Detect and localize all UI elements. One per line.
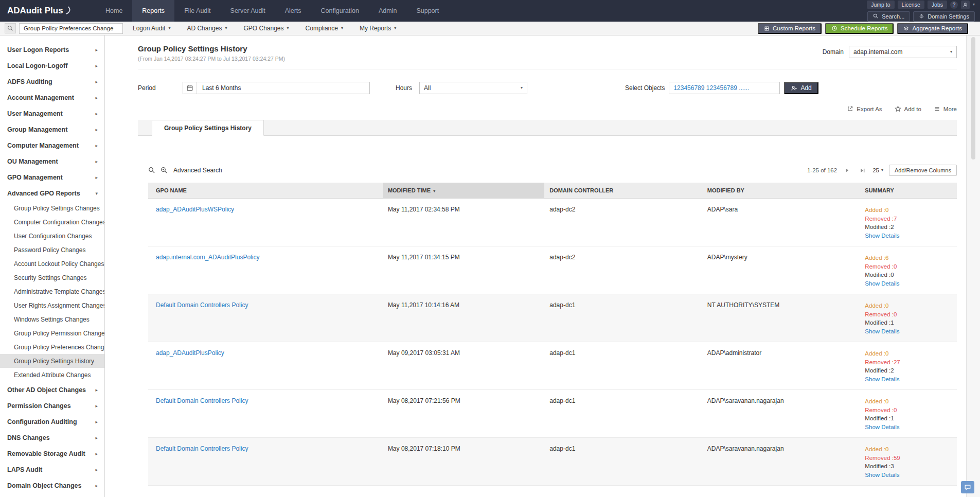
page-header: Group Policy Settings History (From Jan …	[138, 36, 957, 69]
advanced-search-label[interactable]: Advanced Search	[173, 167, 222, 174]
sidebar-subitem-computer-configuration-changes[interactable]: Computer Configuration Changes	[0, 215, 104, 229]
sidebar-item-advanced-gpo-reports[interactable]: Advanced GPO Reports▾	[0, 185, 104, 201]
sidebar-item-configuration-auditing[interactable]: Configuration Auditing▸	[0, 414, 104, 430]
sidebar-subitem-user-configuration-changes[interactable]: User Configuration Changes	[0, 229, 104, 243]
nav-tab-configuration[interactable]: Configuration	[311, 0, 369, 22]
hours-select[interactable]: All ▾	[419, 82, 527, 94]
sidebar-item-account-management[interactable]: Account Management▸	[0, 90, 104, 105]
add-objects-button[interactable]: Add	[784, 82, 818, 94]
nav-tab-home[interactable]: Home	[96, 0, 132, 22]
menu-ad-changes-label: AD Changes	[187, 25, 222, 32]
sidebar-subitem-administrative-template-changes[interactable]: Administrative Template Changes	[0, 285, 104, 298]
tab-group-policy-settings-history[interactable]: Group Policy Settings History	[152, 120, 264, 136]
nav-tab-reports[interactable]: Reports	[132, 0, 174, 22]
cell-modified-by: ADAP\mystery	[702, 246, 860, 294]
add-to-action[interactable]: Add to	[895, 105, 921, 112]
column-header-gpo-name[interactable]: GPO NAME	[148, 183, 383, 199]
calendar-icon[interactable]	[183, 82, 197, 94]
top-navigation-bar: ADAudit Plus Home Reports File Audit Ser…	[0, 0, 980, 22]
sidebar-subitem-windows-settings-changes[interactable]: Windows Settings Changes	[0, 312, 104, 326]
nav-tab-admin[interactable]: Admin	[369, 0, 406, 22]
sidebar-subitem-group-policy-settings-changes[interactable]: Group Policy Settings Changes	[0, 201, 104, 215]
sidebar-item-dns-changes[interactable]: DNS Changes▸	[0, 430, 104, 446]
select-objects-input[interactable]: 123456789 123456789 ......	[669, 82, 780, 94]
column-header-summary[interactable]: SUMMARY	[860, 183, 957, 199]
sidebar-item-local-logon-logoff[interactable]: Local Logon-Logoff▸	[0, 58, 104, 74]
sidebar-item-gpo-management[interactable]: GPO Management▸	[0, 169, 104, 185]
scrollbar-thumb[interactable]	[971, 37, 975, 159]
nav-tab-server-audit[interactable]: Server Audit	[221, 0, 275, 22]
sidebar-item-group-management[interactable]: Group Management▸	[0, 121, 104, 137]
show-details-link[interactable]: Show Details	[865, 471, 952, 480]
sidebar-subitem-group-policy-preferences-changes[interactable]: Group Policy Preferences Changes	[0, 340, 104, 354]
gpo-name-link[interactable]: adap.internal.com_ADAuditPlusPolicy	[156, 254, 259, 261]
user-avatar[interactable]	[961, 1, 970, 9]
report-search-input[interactable]: Group Policy Preferences Change	[19, 23, 123, 34]
next-page-icon[interactable]	[843, 166, 852, 174]
sidebar-item-user-management[interactable]: User Management▸	[0, 105, 104, 121]
sidebar-item-user-logon-reports[interactable]: User Logon Reports▸	[0, 42, 104, 58]
jobs-link[interactable]: Jobs	[928, 1, 947, 9]
aggregate-reports-button[interactable]: Aggregate Reports	[897, 23, 968, 34]
sidebar-subitem-password-policy-changes[interactable]: Password Policy Changes	[0, 243, 104, 257]
sidebar-subitem-extended-attribute-changes[interactable]: Extended Attribute Changes	[0, 368, 104, 382]
period-picker[interactable]: Last 6 Months	[183, 82, 370, 94]
more-action[interactable]: More	[934, 105, 957, 112]
cell-modified-by: ADAP\saravanan.nagarajan	[702, 438, 860, 486]
show-details-link[interactable]: Show Details	[865, 375, 952, 384]
sidebar-subitem-group-policy-permission-changes[interactable]: Group Policy Permission Changes	[0, 326, 104, 340]
sidebar-item-ou-management[interactable]: OU Management▸	[0, 153, 104, 169]
menu-compliance[interactable]: Compliance ▾	[299, 22, 350, 35]
sidebar-item-removable-storage-audit[interactable]: Removable Storage Audit▸	[0, 446, 104, 461]
app-logo[interactable]: ADAudit Plus	[0, 0, 96, 22]
gpo-name-link[interactable]: adap_ADAuditPlusPolicy	[156, 349, 224, 357]
domain-select[interactable]: adap.internal.com ▾	[849, 46, 957, 58]
gpo-name-link[interactable]: Default Domain Controllers Policy	[156, 445, 248, 452]
sidebar-subitem-user-rights-assignment-changes[interactable]: User Rights Assignment Changes	[0, 298, 104, 312]
export-as-action[interactable]: Export As	[847, 105, 882, 112]
chat-widget-button[interactable]	[961, 481, 974, 493]
sidebar-item-computer-management[interactable]: Computer Management▸	[0, 137, 104, 153]
global-search-button[interactable]: Search...	[867, 11, 910, 22]
menu-gpo-changes[interactable]: GPO Changes ▾	[237, 22, 295, 35]
show-details-link[interactable]: Show Details	[865, 423, 952, 432]
caret-down-icon: ▾	[881, 168, 883, 172]
last-page-icon[interactable]	[858, 166, 867, 174]
report-search-icon[interactable]	[5, 23, 16, 33]
user-menu-caret-icon[interactable]: ▾	[973, 3, 975, 7]
menu-logon-audit[interactable]: Logon Audit ▾	[126, 22, 177, 35]
advanced-search-icon[interactable]	[161, 167, 168, 174]
gpo-name-link[interactable]: Default Domain Controllers Policy	[156, 397, 248, 404]
help-icon[interactable]: ?	[950, 1, 958, 9]
sidebar-subitem-group-policy-settings-history[interactable]: Group Policy Settings History	[0, 354, 104, 368]
domain-settings-button[interactable]: Domain Settings	[913, 11, 975, 22]
show-details-link[interactable]: Show Details	[865, 232, 952, 240]
sidebar-item-laps-audit[interactable]: LAPS Audit▸	[0, 461, 104, 477]
page-size-select[interactable]: 25 ▾	[872, 167, 883, 173]
sidebar-item-adfs-auditing[interactable]: ADFS Auditing▸	[0, 74, 104, 90]
column-header-modified-time[interactable]: MODIFIED TIME▾	[383, 183, 544, 199]
menu-my-reports[interactable]: My Reports ▾	[353, 22, 403, 35]
sidebar-item-domain-object-changes[interactable]: Domain Object Changes▸	[0, 477, 104, 493]
show-details-link[interactable]: Show Details	[865, 327, 952, 336]
nav-tab-support[interactable]: Support	[406, 0, 449, 22]
sidebar-subitem-account-lockout-policy-changes[interactable]: Account Lockout Policy Changes	[0, 257, 104, 271]
custom-reports-button[interactable]: Custom Reports	[758, 23, 822, 34]
sidebar-item-other-ad-object-changes[interactable]: Other AD Object Changes▸	[0, 382, 104, 398]
gpo-name-link[interactable]: adap_ADAuditPlusWSPolicy	[156, 206, 234, 213]
nav-tab-file-audit[interactable]: File Audit	[174, 0, 220, 22]
sidebar-item-permission-changes[interactable]: Permission Changes▸	[0, 398, 104, 414]
add-remove-columns-button[interactable]: Add/Remove Columns	[889, 165, 957, 176]
menu-ad-changes[interactable]: AD Changes ▾	[180, 22, 234, 35]
license-link[interactable]: License	[898, 1, 924, 9]
gpo-name-link[interactable]: Default Domain Controllers Policy	[156, 301, 248, 309]
jump-to-link[interactable]: Jump to	[867, 1, 894, 9]
column-header-domain-controller[interactable]: DOMAIN CONTROLLER	[544, 183, 702, 199]
search-icon[interactable]	[148, 167, 155, 174]
column-header-modified-by[interactable]: MODIFIED BY	[702, 183, 860, 199]
show-details-link[interactable]: Show Details	[865, 279, 952, 288]
schedule-reports-button[interactable]: Schedule Reports	[825, 23, 894, 34]
nav-tab-alerts[interactable]: Alerts	[275, 0, 311, 22]
select-objects-label: Select Objects	[625, 84, 665, 92]
sidebar-subitem-security-settings-changes[interactable]: Security Settings Changes	[0, 271, 104, 285]
